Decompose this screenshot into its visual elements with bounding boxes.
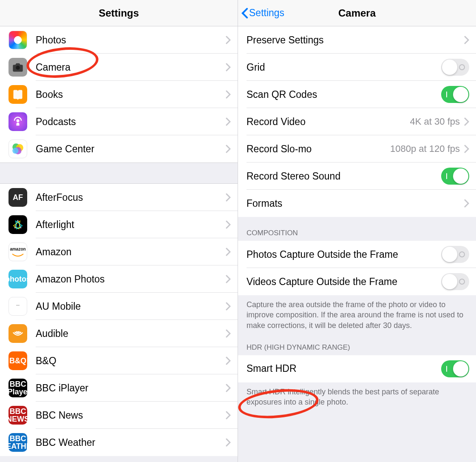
- section-header-composition: COMPOSITION: [238, 217, 476, 241]
- row-label: Amazon: [36, 246, 226, 258]
- settings-row-podcasts[interactable]: Podcasts: [0, 108, 238, 135]
- svg-point-0: [16, 66, 20, 70]
- row-label: Podcasts: [36, 116, 226, 128]
- chevron-right-icon: [226, 90, 231, 99]
- camera-row-preserve-settings[interactable]: Preserve Settings: [238, 26, 476, 54]
- row-label: Books: [36, 89, 226, 100]
- back-label: Settings: [249, 7, 284, 19]
- row-label: Record Slo-mo: [246, 143, 390, 155]
- settings-row-bbc-news[interactable]: BBCNEWS BBC News: [0, 402, 238, 429]
- row-label: BBC iPlayer: [36, 382, 226, 394]
- chevron-right-icon: [226, 220, 231, 229]
- amazon-icon: amazon: [8, 242, 27, 261]
- row-label: BBC News: [36, 410, 226, 421]
- page-title: Settings: [99, 7, 139, 19]
- row-label: Scan QR Codes: [246, 89, 441, 100]
- bq-icon: B&Q: [8, 351, 27, 370]
- row-value: 4K at 30 fps: [410, 116, 460, 127]
- svg-point-1: [17, 119, 20, 122]
- camera-row-record-slomo[interactable]: Record Slo-mo 1080p at 120 fps: [238, 135, 476, 163]
- svg-point-5: [12, 148, 18, 154]
- settings-row-bq[interactable]: B&Q B&Q: [0, 347, 238, 374]
- camera-row-videos-outside: Videos Capture Outside the Frame: [238, 268, 476, 295]
- afterfocus-icon: AF: [8, 188, 27, 207]
- camera-row-record-video[interactable]: Record Video 4K at 30 fps: [238, 108, 476, 135]
- chevron-left-icon: [241, 8, 248, 19]
- chevron-right-icon: [226, 275, 231, 283]
- settings-row-amazon[interactable]: amazon Amazon: [0, 238, 238, 265]
- bbc-weather-icon: BBCWEATHER: [8, 433, 27, 452]
- settings-row-game-center[interactable]: Game Center: [0, 135, 238, 163]
- camera-row-smart-hdr: Smart HDR: [238, 355, 476, 382]
- row-label: Audible: [36, 328, 226, 339]
- chevron-right-icon: [226, 356, 231, 365]
- photos-icon: [8, 31, 27, 49]
- section-footer-hdr: Smart HDR intelligently blends the best …: [238, 382, 476, 415]
- settings-row-afterfocus[interactable]: AF AfterFocus: [0, 184, 238, 211]
- back-button[interactable]: Settings: [241, 0, 284, 26]
- settings-row-amazon-photos[interactable]: photos Amazon Photos: [0, 265, 238, 293]
- camera-row-grid: Grid: [238, 54, 476, 81]
- row-label: Photos Capture Outside the Frame: [246, 249, 441, 260]
- row-label: Record Video: [246, 116, 410, 128]
- chevron-right-icon: [226, 193, 231, 202]
- camera-header: Settings Camera: [238, 0, 476, 26]
- amazon-photos-icon: photos: [8, 270, 27, 288]
- row-value: 1080p at 120 fps: [390, 143, 460, 154]
- camera-row-stereo-sound: Record Stereo Sound: [238, 163, 476, 190]
- chevron-right-icon: [226, 411, 231, 419]
- settings-row-au-mobile[interactable]: AU AU Mobile: [0, 293, 238, 320]
- chevron-right-icon: [226, 117, 231, 126]
- game-center-icon: [8, 140, 27, 158]
- chevron-right-icon: [464, 145, 469, 153]
- settings-row-photos[interactable]: Photos: [0, 26, 238, 54]
- chevron-right-icon: [226, 329, 231, 338]
- chevron-right-icon: [226, 438, 231, 447]
- settings-row-camera[interactable]: Camera: [0, 54, 238, 81]
- settings-row-bbc-iplayer[interactable]: BBCiPlayer BBC iPlayer: [0, 374, 238, 402]
- chevron-right-icon: [464, 117, 469, 126]
- bbc-iplayer-icon: BBCiPlayer: [8, 379, 27, 397]
- toggle-videos-outside[interactable]: [441, 273, 469, 290]
- row-label: Videos Capture Outside the Frame: [246, 276, 441, 288]
- row-label: Formats: [246, 198, 464, 209]
- afterlight-icon: [8, 215, 27, 234]
- row-label: Photos: [36, 34, 226, 46]
- row-label: Game Center: [36, 143, 226, 155]
- chevron-right-icon: [464, 199, 469, 208]
- row-label: Preserve Settings: [246, 34, 464, 46]
- toggle-scan-qr[interactable]: [441, 86, 469, 103]
- bbc-news-icon: BBCNEWS: [8, 406, 27, 425]
- row-label: BBC Weather: [36, 437, 226, 448]
- row-label: Afterlight: [36, 219, 226, 231]
- row-label: Grid: [246, 62, 441, 73]
- chevron-right-icon: [226, 63, 231, 71]
- camera-row-formats[interactable]: Formats: [238, 190, 476, 217]
- row-label: Camera: [36, 62, 226, 73]
- settings-row-afterlight[interactable]: Afterlight: [0, 211, 238, 238]
- audible-icon: [8, 324, 27, 343]
- camera-row-scan-qr: Scan QR Codes: [238, 81, 476, 108]
- section-footer-composition: Capture the area outside the frame of th…: [238, 295, 476, 338]
- settings-row-bbc-weather[interactable]: BBCWEATHER BBC Weather: [0, 429, 238, 456]
- row-label: Smart HDR: [246, 363, 441, 374]
- page-title: Camera: [338, 7, 376, 19]
- chevron-right-icon: [226, 384, 231, 392]
- chevron-right-icon: [226, 302, 231, 311]
- row-label: AU Mobile: [36, 301, 226, 312]
- chevron-right-icon: [226, 36, 231, 44]
- chevron-right-icon: [464, 36, 469, 44]
- settings-header: Settings: [0, 0, 238, 26]
- row-label: B&Q: [36, 355, 226, 367]
- settings-row-books[interactable]: Books: [0, 81, 238, 108]
- toggle-smart-hdr[interactable]: [441, 360, 469, 377]
- settings-row-audible[interactable]: Audible: [0, 320, 238, 347]
- chevron-right-icon: [226, 248, 231, 256]
- camera-row-photos-outside: Photos Capture Outside the Frame: [238, 241, 476, 268]
- toggle-grid[interactable]: [441, 59, 469, 76]
- section-header-hdr: HDR (HIGH DYNAMIC RANGE): [238, 338, 476, 355]
- toggle-stereo[interactable]: [441, 168, 469, 185]
- chevron-right-icon: [226, 145, 231, 153]
- au-mobile-icon: AU: [8, 297, 27, 316]
- toggle-photos-outside[interactable]: [441, 246, 469, 263]
